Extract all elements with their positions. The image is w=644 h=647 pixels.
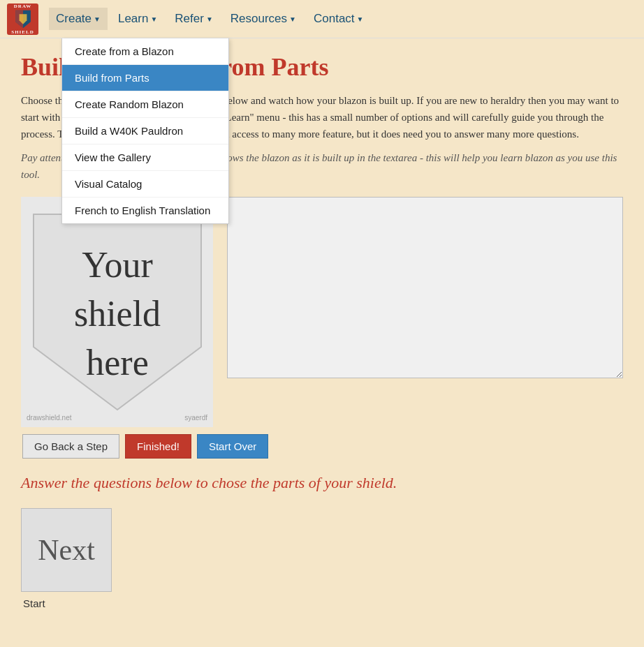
nav-item-contact[interactable]: Contact ▼ [307,8,371,30]
start-over-button[interactable]: Start Over [197,434,268,459]
blazon-textarea[interactable] [227,197,623,378]
dropdown-item-gallery[interactable]: View the Gallery [62,144,228,171]
dropdown-item-random-blazon[interactable]: Create Random Blazon [62,91,228,118]
logo-bottom-text: SHIELD [11,29,34,35]
start-label: Start [23,597,45,609]
next-button[interactable]: Next [21,508,112,592]
nav-contact-label: Contact [314,12,355,26]
watermark-left: drawshield.net [27,414,71,422]
dropdown-item-visual-catalog[interactable]: Visual Catalog [62,171,228,198]
logo[interactable]: DRAW SHIELD [7,3,38,35]
shield-placeholder-line1: Your [82,245,153,285]
nav-bar: DRAW SHIELD Create ▼ Learn ▼ Refer ▼ Res… [0,0,644,38]
logo-top-text: DRAW [14,3,31,9]
watermark-right: syaerdf [184,414,207,422]
nav-resources-chevron: ▼ [289,15,296,23]
logo-shield-icon [13,9,33,29]
shield-placeholder-line3: here [86,343,148,382]
shield-container: Your shield here drawshield.net syaerdf [21,197,213,427]
dropdown-item-build-parts[interactable]: Build from Parts [62,65,228,91]
nav-learn-label: Learn [118,12,148,26]
buttons-row: Go Back a Step Finished! Start Over [21,434,623,459]
nav-item-resources[interactable]: Resources ▼ [224,8,303,30]
go-back-button[interactable]: Go Back a Step [22,434,119,459]
shield-placeholder-line2: shield [73,294,160,334]
nav-resources-label: Resources [230,12,287,26]
nav-item-create[interactable]: Create ▼ [49,8,108,30]
next-button-label: Next [38,533,95,567]
dropdown-item-create-blazon[interactable]: Create from a Blazon [62,38,228,65]
nav-learn-chevron: ▼ [150,15,157,23]
dropdown-item-w40k[interactable]: Build a W40K Pauldron [62,118,228,144]
nav-items: Create ▼ Learn ▼ Refer ▼ Resources ▼ Con… [49,8,370,30]
shield-area: Your shield here drawshield.net syaerdf [21,197,623,427]
nav-create-chevron: ▼ [94,15,101,23]
shield-svg: Your shield here [27,207,208,417]
answer-heading: Answer the questions below to chose the … [21,473,623,494]
nav-item-refer[interactable]: Refer ▼ [168,8,219,30]
dropdown-item-translation[interactable]: French to English Translation [62,198,228,223]
create-dropdown-menu: Create from a Blazon Build from Parts Cr… [61,38,229,224]
nav-create-label: Create [56,12,92,26]
finished-button[interactable]: Finished! [125,434,191,459]
nav-refer-chevron: ▼ [206,15,213,23]
nav-item-learn[interactable]: Learn ▼ [111,8,164,30]
nav-refer-label: Refer [175,12,204,26]
nav-contact-chevron: ▼ [357,15,364,23]
